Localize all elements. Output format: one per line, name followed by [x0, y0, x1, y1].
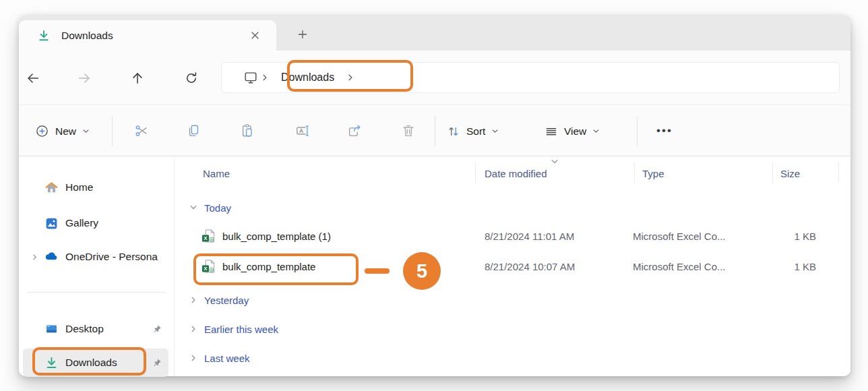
cut-button[interactable]	[128, 117, 155, 144]
file-size: 1 KB	[747, 230, 816, 241]
group-header-earlier-this-week[interactable]: Earlier this week	[175, 316, 850, 342]
pin-icon	[148, 358, 166, 367]
onedrive-cloud-icon	[43, 249, 59, 264]
column-header-size[interactable]: Size	[780, 168, 800, 179]
file-name[interactable]: bulk_comp_template	[222, 260, 315, 272]
new-tab-button[interactable]	[291, 24, 314, 45]
content-area: Home Gallery	[19, 157, 850, 376]
file-list: Name Date modified Type Size	[175, 157, 850, 376]
paste-button[interactable]	[234, 117, 261, 144]
tab-label: Downloads	[61, 30, 245, 42]
view-button-label: View	[564, 125, 586, 138]
column-header-type[interactable]: Type	[642, 168, 664, 179]
svg-text:X: X	[204, 235, 208, 241]
view-button[interactable]: View	[538, 119, 607, 144]
file-date-modified: 8/21/2024 11:01 AM	[485, 230, 574, 241]
group-header-last-week[interactable]: Last week	[175, 345, 850, 371]
file-explorer-window: Downloads	[19, 15, 850, 376]
file-row-bulk-comp-template-1[interactable]: a X bulk_comp_template (1) 8/21/2024 11:…	[175, 220, 850, 251]
copy-icon	[186, 123, 201, 138]
file-type: Microsoft Excel Co...	[633, 230, 726, 241]
this-pc-monitor-icon[interactable]	[243, 70, 258, 85]
refresh-button[interactable]	[180, 67, 203, 90]
sort-button-label: Sort	[466, 125, 485, 138]
sidebar-item-onedrive[interactable]: OneDrive - Persona	[23, 243, 168, 271]
divider	[637, 116, 638, 146]
screenshot-stage: Downloads	[0, 0, 868, 391]
gallery-icon	[43, 216, 59, 231]
sort-arrows-icon	[447, 125, 460, 138]
forward-button[interactable]	[73, 67, 96, 90]
download-icon	[37, 29, 51, 42]
divider	[27, 292, 166, 293]
file-name[interactable]: bulk_comp_template (1)	[222, 230, 331, 241]
excel-csv-file-icon: a X	[202, 229, 216, 243]
chevron-down-icon	[82, 127, 90, 135]
file-row-bulk-comp-template[interactable]: a X bulk_comp_template 8/21/2024 10:07 A…	[175, 251, 850, 281]
sidebar-item-downloads[interactable]: Downloads	[23, 349, 168, 377]
sidebar-item-desktop[interactable]: Desktop	[23, 315, 168, 343]
excel-csv-file-icon: a X	[202, 259, 216, 273]
chevron-right-icon[interactable]	[189, 296, 197, 304]
more-options-button[interactable]: •••	[651, 117, 678, 144]
plus-circle-icon	[35, 124, 49, 138]
download-icon	[43, 356, 59, 370]
share-button[interactable]	[341, 117, 368, 144]
up-button[interactable]	[126, 67, 149, 90]
delete-button[interactable]	[395, 117, 422, 144]
file-rows: Today a X	[175, 189, 850, 371]
breadcrumb[interactable]: Downloads	[221, 62, 840, 93]
new-button-label: New	[55, 125, 76, 138]
column-header-name[interactable]: Name	[203, 168, 230, 179]
command-bar: New	[19, 104, 850, 156]
chevron-right-icon[interactable]	[26, 253, 43, 261]
rename-button[interactable]	[289, 117, 316, 144]
share-icon	[347, 123, 362, 138]
tab-close-icon[interactable]	[245, 26, 264, 45]
pin-icon	[148, 324, 166, 334]
svg-text:a: a	[211, 237, 213, 241]
desktop-icon	[43, 322, 59, 336]
svg-text:X: X	[204, 266, 208, 272]
new-button[interactable]: New	[28, 119, 96, 144]
group-label: Earlier this week	[204, 324, 278, 335]
group-header-today[interactable]: Today	[175, 195, 850, 220]
divider	[634, 162, 635, 183]
divider	[772, 162, 773, 183]
sidebar-item-gallery[interactable]: Gallery	[23, 209, 168, 237]
clipboard-paste-icon	[240, 123, 255, 138]
sort-direction-chevron-icon	[551, 158, 559, 166]
sidebar-item-label: Home	[65, 181, 168, 193]
group-label: Yesterday	[204, 295, 249, 306]
chevron-right-icon[interactable]	[189, 325, 197, 333]
navigation-bar: Downloads	[19, 51, 850, 104]
column-header-date-modified[interactable]: Date modified	[485, 168, 547, 179]
file-type: Microsoft Excel Co...	[633, 260, 726, 272]
sidebar-item-label: OneDrive - Persona	[65, 251, 168, 263]
group-label: Last week	[204, 353, 250, 364]
file-size: 1 KB	[747, 260, 816, 272]
rename-icon	[295, 123, 310, 138]
sidebar-item-home[interactable]: Home	[23, 173, 168, 202]
file-date-modified: 8/21/2024 10:07 AM	[485, 260, 575, 272]
group-header-yesterday[interactable]: Yesterday	[175, 287, 850, 313]
tab-bar: Downloads	[19, 15, 850, 51]
divider	[435, 116, 435, 146]
sidebar-item-label: Gallery	[65, 217, 168, 229]
chevron-down-icon[interactable]	[189, 204, 197, 212]
copy-button[interactable]	[180, 117, 207, 144]
sort-button[interactable]: Sort	[440, 119, 505, 144]
back-button[interactable]	[22, 67, 44, 90]
tab-downloads[interactable]: Downloads	[19, 20, 276, 51]
chevron-right-icon[interactable]	[346, 73, 354, 82]
svg-text:a: a	[211, 267, 213, 271]
scissors-icon	[134, 123, 149, 138]
group-label: Today	[204, 202, 231, 214]
sidebar-item-label: Desktop	[65, 323, 148, 335]
column-headers: Name Date modified Type Size	[175, 157, 850, 189]
chevron-right-icon[interactable]	[189, 354, 197, 362]
chevron-right-icon	[261, 73, 269, 82]
chevron-down-icon	[491, 127, 499, 135]
home-icon	[43, 181, 59, 195]
breadcrumb-segment-downloads[interactable]: Downloads	[281, 71, 334, 84]
